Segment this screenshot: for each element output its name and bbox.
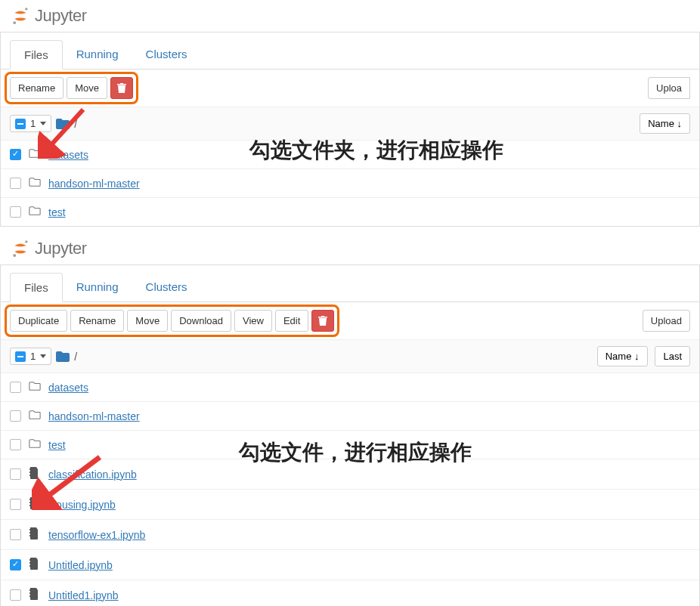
folder-icon bbox=[29, 381, 41, 391]
indeterminate-checkbox-icon bbox=[15, 119, 26, 129]
row-checkbox[interactable] bbox=[10, 439, 21, 450]
row-checkbox[interactable] bbox=[10, 149, 21, 160]
jupyter-icon bbox=[11, 239, 30, 258]
file-row: tensorflow-ex1.ipynb bbox=[1, 520, 699, 550]
sort-name-button[interactable]: Name ↓ bbox=[640, 113, 690, 134]
file-link[interactable]: handson-ml-master bbox=[48, 410, 140, 422]
svg-point-0 bbox=[25, 8, 27, 10]
view-button[interactable]: View bbox=[234, 310, 272, 332]
jupyter-icon bbox=[11, 6, 30, 26]
file-link[interactable]: test bbox=[48, 206, 66, 218]
file-link[interactable]: handson-ml-master bbox=[48, 178, 140, 190]
row-checkbox[interactable] bbox=[10, 559, 21, 570]
selection-actions: Duplicate Rename Move Download View Edit bbox=[5, 305, 339, 337]
download-button[interactable]: Download bbox=[171, 310, 231, 332]
file-link[interactable]: Untitled.ipynb bbox=[48, 559, 113, 571]
folder-icon[interactable] bbox=[56, 351, 70, 362]
file-row: Untitled.ipynb bbox=[1, 550, 699, 580]
row-checkbox[interactable] bbox=[10, 529, 21, 540]
jupyter-logo: Jupyter bbox=[0, 233, 700, 264]
row-checkbox[interactable] bbox=[10, 206, 21, 218]
svg-line-5 bbox=[42, 457, 100, 500]
duplicate-button[interactable]: Duplicate bbox=[10, 310, 67, 332]
folder-icon bbox=[29, 206, 41, 216]
folder-icon bbox=[29, 177, 41, 187]
annotation-file: 勾选文件，进行相应操作 bbox=[239, 438, 472, 467]
file-row: Untitled1.ipynb bbox=[1, 580, 699, 606]
annotation-folder: 勾选文件夹，进行相应操作 bbox=[249, 136, 503, 165]
file-row: handson-ml-master bbox=[1, 169, 699, 198]
notebook-icon bbox=[29, 558, 39, 570]
folder-icon bbox=[29, 410, 41, 420]
notebook-icon bbox=[29, 588, 39, 600]
tabs: Files Running Clusters bbox=[1, 273, 699, 302]
trash-icon bbox=[318, 316, 327, 326]
select-all-toggle[interactable]: 1 bbox=[10, 348, 51, 365]
folder-icon bbox=[29, 438, 41, 449]
upload-button[interactable]: Upload bbox=[643, 310, 690, 332]
svg-point-2 bbox=[25, 240, 27, 243]
tab-files[interactable]: Files bbox=[10, 40, 63, 70]
row-checkbox[interactable] bbox=[10, 410, 21, 422]
panel-file-selection: Files Running Clusters Duplicate Rename … bbox=[0, 264, 700, 606]
file-row: handson-ml-master bbox=[1, 402, 699, 431]
selected-count: 1 bbox=[30, 118, 36, 129]
row-checkbox[interactable] bbox=[10, 468, 21, 480]
sort-name-button[interactable]: Name ↓ bbox=[597, 346, 648, 366]
tab-files[interactable]: Files bbox=[10, 273, 63, 302]
tab-clusters[interactable]: Clusters bbox=[132, 273, 201, 301]
notebook-icon bbox=[29, 527, 39, 540]
delete-button[interactable] bbox=[311, 310, 334, 332]
file-link[interactable]: tensorflow-ex1.ipynb bbox=[48, 529, 145, 541]
selected-count: 1 bbox=[30, 351, 36, 362]
tabs: Files Running Clusters bbox=[1, 40, 699, 70]
file-row: datasets bbox=[1, 373, 699, 402]
upload-button[interactable]: Uploa bbox=[648, 77, 690, 99]
row-checkbox[interactable] bbox=[10, 178, 21, 189]
tab-running[interactable]: Running bbox=[63, 273, 132, 301]
svg-point-1 bbox=[13, 21, 16, 24]
row-checkbox[interactable] bbox=[10, 499, 21, 510]
arrow-icon bbox=[38, 106, 98, 159]
edit-button[interactable]: Edit bbox=[275, 310, 308, 332]
breadcrumb-slash: / bbox=[74, 351, 77, 363]
move-button[interactable]: Move bbox=[127, 310, 168, 332]
file-link[interactable]: test bbox=[48, 439, 66, 451]
file-link[interactable]: datasets bbox=[48, 382, 88, 394]
row-checkbox[interactable] bbox=[10, 589, 21, 601]
arrow-icon bbox=[32, 453, 107, 510]
trash-icon bbox=[117, 83, 126, 94]
rename-button[interactable]: Rename bbox=[10, 77, 63, 99]
indeterminate-checkbox-icon bbox=[15, 351, 26, 362]
row-checkbox[interactable] bbox=[10, 382, 21, 393]
file-row: test bbox=[1, 198, 699, 226]
delete-button[interactable] bbox=[110, 77, 133, 99]
panel-folder-selection: Files Running Clusters Rename Move Uploa… bbox=[0, 32, 700, 227]
svg-line-4 bbox=[47, 110, 83, 150]
move-button[interactable]: Move bbox=[67, 77, 107, 99]
jupyter-logo: Jupyter bbox=[0, 0, 700, 32]
logo-text: Jupyter bbox=[35, 239, 87, 258]
sort-last-button[interactable]: Last bbox=[655, 346, 690, 366]
selection-actions: Rename Move bbox=[5, 72, 138, 104]
tab-running[interactable]: Running bbox=[63, 40, 132, 69]
logo-text: Jupyter bbox=[35, 6, 87, 26]
tab-clusters[interactable]: Clusters bbox=[132, 40, 201, 69]
caret-down-icon bbox=[40, 354, 46, 358]
svg-point-3 bbox=[13, 254, 16, 257]
file-link[interactable]: Untitled1.ipynb bbox=[48, 589, 119, 601]
rename-button[interactable]: Rename bbox=[70, 310, 124, 332]
